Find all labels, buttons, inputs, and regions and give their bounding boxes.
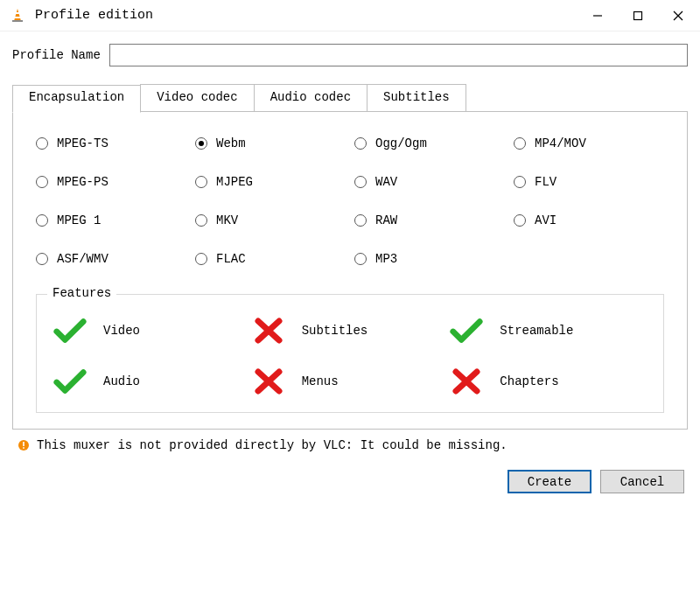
- features-legend: Features: [47, 286, 116, 300]
- profile-name-input[interactable]: [109, 44, 688, 66]
- tab-video-codec[interactable]: Video codec: [140, 84, 254, 112]
- radio-indicator: [195, 253, 207, 265]
- svg-rect-3: [12, 20, 23, 22]
- feature-label: Streamable: [500, 324, 573, 338]
- warning-icon: [18, 439, 30, 451]
- radio-mpeg-ps[interactable]: MPEG-PS: [36, 175, 186, 189]
- radio-indicator: [195, 214, 207, 227]
- feature-label: Subtitles: [302, 324, 368, 338]
- tab-label: Audio codec: [270, 90, 351, 104]
- svg-rect-1: [15, 12, 19, 14]
- feature-label: Audio: [103, 374, 140, 388]
- radio-label: MP3: [375, 252, 397, 266]
- radio-indicator: [514, 214, 526, 227]
- radio-indicator: [195, 137, 207, 150]
- tab-subtitles[interactable]: Subtitles: [367, 84, 466, 112]
- radio-indicator: [195, 176, 207, 188]
- svg-rect-5: [634, 11, 642, 19]
- tab-label: Encapsulation: [29, 90, 124, 104]
- cancel-button[interactable]: Cancel: [600, 470, 684, 493]
- check-icon: [449, 318, 484, 344]
- tab-audio-codec[interactable]: Audio codec: [254, 84, 368, 112]
- radio-indicator: [36, 253, 48, 265]
- radio-mjpeg[interactable]: MJPEG: [195, 175, 346, 189]
- features-grid: VideoSubtitlesStreamableAudioMenusChapte…: [52, 318, 648, 395]
- minimize-button[interactable]: [578, 0, 618, 31]
- radio-label: MKV: [216, 213, 238, 227]
- cancel-button-label: Cancel: [620, 475, 664, 489]
- profile-name-row: Profile Name: [0, 31, 700, 75]
- warning-text: This muxer is not provided directly by V…: [37, 438, 508, 452]
- feature-label: Video: [103, 324, 140, 338]
- feature-video: Video: [52, 318, 251, 344]
- radio-label: MPEG-TS: [57, 136, 108, 150]
- radio-indicator: [514, 176, 526, 188]
- tab-strip: EncapsulationVideo codecAudio codecSubti…: [12, 84, 688, 112]
- check-icon: [52, 318, 88, 344]
- radio-indicator: [354, 137, 367, 150]
- features-group: Features VideoSubtitlesStreamableAudioMe…: [36, 294, 664, 413]
- tab-encapsulation[interactable]: Encapsulation: [12, 85, 141, 113]
- radio-indicator: [36, 214, 48, 227]
- radio-label: FLAC: [216, 252, 246, 266]
- radio-ogg-ogm[interactable]: Ogg/Ogm: [354, 136, 505, 150]
- create-button-label: Create: [528, 475, 571, 489]
- radio-wav[interactable]: WAV: [354, 175, 505, 189]
- radio-mp3[interactable]: MP3: [354, 252, 505, 266]
- title-bar: Profile edition: [0, 0, 700, 31]
- dialog-buttons: Create Cancel: [0, 452, 700, 506]
- check-icon: [52, 368, 88, 395]
- radio-avi[interactable]: AVI: [514, 213, 664, 227]
- radio-asf-wmv[interactable]: ASF/WMV: [36, 252, 186, 266]
- radio-mpeg-ts[interactable]: MPEG-TS: [36, 136, 186, 150]
- feature-label: Chapters: [500, 374, 558, 388]
- radio-flac[interactable]: FLAC: [195, 252, 346, 266]
- tabs-container: EncapsulationVideo codecAudio codecSubti…: [12, 84, 688, 430]
- radio-label: MJPEG: [216, 175, 253, 189]
- feature-label: Menus: [302, 374, 339, 388]
- feature-streamable: Streamable: [449, 318, 648, 344]
- cross-icon: [449, 368, 484, 395]
- close-button[interactable]: [658, 0, 698, 31]
- radio-indicator: [354, 176, 367, 188]
- window-title: Profile edition: [35, 8, 153, 23]
- radio-label: MPEG 1: [57, 213, 101, 227]
- radio-label: Webm: [216, 136, 246, 150]
- radio-label: WAV: [375, 175, 397, 189]
- feature-chapters: Chapters: [449, 368, 648, 395]
- tab-label: Video codec: [157, 90, 237, 104]
- encapsulation-grid: MPEG-TSWebmOgg/OgmMP4/MOVMPEG-PSMJPEGWAV…: [36, 136, 664, 275]
- vlc-cone-icon: [9, 7, 26, 24]
- feature-audio: Audio: [52, 368, 251, 395]
- radio-indicator: [354, 253, 367, 265]
- svg-rect-15: [23, 442, 24, 446]
- radio-flv[interactable]: FLV: [514, 175, 664, 189]
- create-button[interactable]: Create: [508, 470, 592, 493]
- cross-icon: [251, 318, 286, 344]
- maximize-button[interactable]: [618, 0, 658, 31]
- feature-subtitles: Subtitles: [251, 318, 450, 344]
- radio-webm[interactable]: Webm: [195, 136, 346, 150]
- cross-icon: [251, 368, 286, 395]
- radio-indicator: [514, 137, 526, 150]
- svg-marker-0: [14, 9, 21, 21]
- radio-raw[interactable]: RAW: [354, 213, 505, 227]
- radio-label: AVI: [535, 213, 556, 227]
- radio-mpeg-1[interactable]: MPEG 1: [36, 213, 186, 227]
- svg-rect-2: [14, 17, 20, 18]
- radio-label: FLV: [535, 175, 556, 189]
- svg-rect-16: [23, 447, 24, 449]
- tab-label: Subtitles: [383, 90, 450, 104]
- radio-mkv[interactable]: MKV: [195, 213, 346, 227]
- radio-label: MP4/MOV: [535, 136, 586, 150]
- radio-label: Ogg/Ogm: [375, 136, 427, 150]
- warning-row: This muxer is not provided directly by V…: [18, 438, 686, 452]
- tab-panel-encapsulation: MPEG-TSWebmOgg/OgmMP4/MOVMPEG-PSMJPEGWAV…: [12, 111, 688, 430]
- radio-label: MPEG-PS: [57, 175, 108, 189]
- window-controls: [578, 0, 698, 31]
- radio-indicator: [354, 214, 367, 227]
- profile-name-label: Profile Name: [12, 48, 101, 62]
- radio-mp4-mov[interactable]: MP4/MOV: [514, 136, 664, 150]
- radio-label: ASF/WMV: [57, 252, 108, 266]
- radio-indicator: [36, 176, 48, 188]
